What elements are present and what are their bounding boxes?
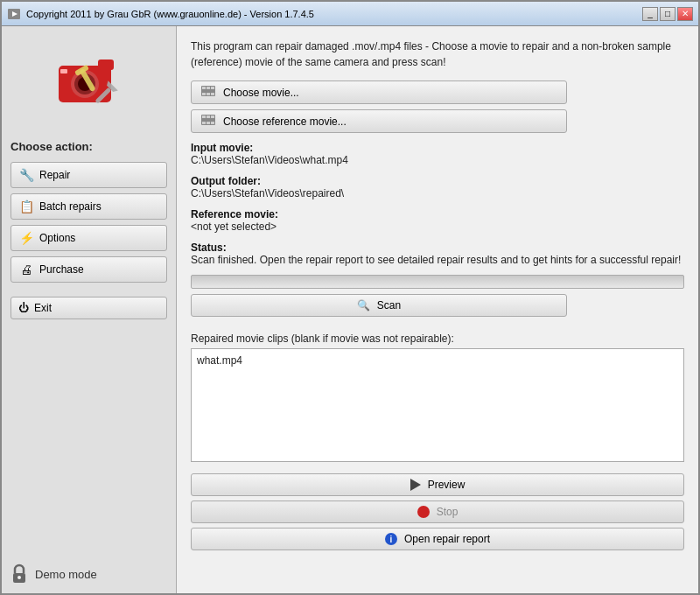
title-bar-text: Copyright 2011 by Grau GbR (www.grauonli… xyxy=(26,9,642,19)
svg-rect-27 xyxy=(211,122,214,124)
svg-rect-22 xyxy=(202,116,206,118)
stop-button[interactable]: Stop xyxy=(191,500,684,523)
lock-icon xyxy=(10,564,28,584)
purchase-button[interactable]: 🖨 Purchase xyxy=(10,256,167,283)
purchase-icon: 🖨 xyxy=(18,262,34,277)
svg-rect-16 xyxy=(206,87,210,89)
choose-reference-label: Choose reference movie... xyxy=(223,116,346,128)
choose-reference-row: Choose reference movie... xyxy=(191,109,684,133)
batch-repairs-button[interactable]: 📋 Batch repairs xyxy=(10,193,167,220)
movie-icon xyxy=(200,85,216,100)
title-bar: Copyright 2011 by Grau GbR (www.grauonli… xyxy=(2,2,698,26)
svg-rect-20 xyxy=(211,93,214,95)
main-window: Copyright 2011 by Grau GbR (www.grauonli… xyxy=(0,0,700,595)
app-logo xyxy=(10,35,167,131)
choose-movie-label: Choose movie... xyxy=(223,87,299,99)
preview-button[interactable]: Preview xyxy=(191,473,684,496)
svg-rect-18 xyxy=(202,93,206,95)
stop-label: Stop xyxy=(437,506,458,518)
maximize-button[interactable]: □ xyxy=(660,7,676,21)
exit-label: Exit xyxy=(34,302,52,314)
demo-mode-label: Demo mode xyxy=(35,568,97,581)
svg-rect-19 xyxy=(206,93,210,95)
options-label: Options xyxy=(39,232,75,244)
batch-icon: 📋 xyxy=(18,199,34,214)
repair-label: Repair xyxy=(39,169,70,181)
open-report-button[interactable]: i Open repair report xyxy=(191,528,684,550)
reference-movie-label: Reference movie: xyxy=(191,208,278,220)
choose-action-label: Choose action: xyxy=(10,140,167,153)
close-button[interactable]: ✕ xyxy=(677,7,693,21)
stop-icon xyxy=(417,506,430,518)
output-folder-label: Output folder: xyxy=(191,175,261,187)
svg-point-13 xyxy=(18,576,21,579)
open-report-label: Open repair report xyxy=(404,533,490,545)
svg-rect-25 xyxy=(202,122,206,124)
minimize-button[interactable]: _ xyxy=(642,7,658,21)
bottom-buttons: Preview Stop i Open repair report xyxy=(191,473,684,550)
repair-button[interactable]: 🔧 Repair xyxy=(10,162,167,188)
preview-label: Preview xyxy=(428,479,466,491)
input-movie-value: C:\Users\Stefan\Videos\what.mp4 xyxy=(191,154,684,166)
output-folder-section: Output folder: C:\Users\Stefan\Videos\re… xyxy=(191,175,684,200)
exit-button[interactable]: ⏻ Exit xyxy=(10,297,167,319)
repaired-clips-label: Repaired movie clips (blank if movie was… xyxy=(191,332,684,345)
choose-movie-row: Choose movie... xyxy=(191,80,684,104)
scan-icon: 🔍 xyxy=(357,299,370,312)
svg-rect-26 xyxy=(206,122,210,124)
app-icon xyxy=(7,7,21,21)
scan-row: 🔍 Scan xyxy=(191,294,684,327)
svg-rect-7 xyxy=(60,69,67,74)
input-movie-section: Input movie: C:\Users\Stefan\Videos\what… xyxy=(191,142,684,166)
content-area: Choose action: 🔧 Repair 📋 Batch repairs … xyxy=(2,26,698,593)
batch-label: Batch repairs xyxy=(39,200,102,213)
input-movie-label: Input movie: xyxy=(191,142,253,154)
progress-bar xyxy=(191,275,684,289)
repaired-clips-textarea[interactable] xyxy=(191,348,684,462)
choose-movie-button[interactable]: Choose movie... xyxy=(191,80,567,104)
scan-button[interactable]: 🔍 Scan xyxy=(191,294,567,317)
report-icon: i xyxy=(385,533,397,545)
purchase-label: Purchase xyxy=(39,263,84,276)
svg-rect-24 xyxy=(211,116,214,118)
output-folder-value: C:\Users\Stefan\Videos\repaired\ xyxy=(191,187,684,200)
repair-icon: 🔧 xyxy=(18,167,34,183)
svg-rect-15 xyxy=(202,87,206,89)
svg-rect-6 xyxy=(98,60,114,70)
scan-label: Scan xyxy=(377,299,401,312)
svg-rect-23 xyxy=(206,116,210,118)
sidebar: Choose action: 🔧 Repair 📋 Batch repairs … xyxy=(2,26,177,593)
description-text: This program can repair damaged .mov/.mp… xyxy=(191,38,684,70)
reference-movie-value: <not yet selected> xyxy=(191,220,684,233)
reference-icon xyxy=(200,114,216,129)
status-section: Status: Scan finished. Open the repair r… xyxy=(191,242,684,266)
preview-icon xyxy=(410,479,421,491)
window-controls: _ □ ✕ xyxy=(642,7,693,21)
status-value: Scan finished. Open the repair report to… xyxy=(191,254,684,266)
options-icon: ⚡ xyxy=(18,230,34,246)
demo-mode-indicator: Demo mode xyxy=(10,546,167,584)
reference-movie-section: Reference movie: <not yet selected> xyxy=(191,208,684,233)
choose-reference-button[interactable]: Choose reference movie... xyxy=(191,109,567,133)
status-label: Status: xyxy=(191,242,227,254)
options-button[interactable]: ⚡ Options xyxy=(10,225,167,251)
main-panel: This program can repair damaged .mov/.mp… xyxy=(177,26,698,593)
exit-icon: ⏻ xyxy=(18,302,29,314)
svg-rect-17 xyxy=(211,87,214,89)
